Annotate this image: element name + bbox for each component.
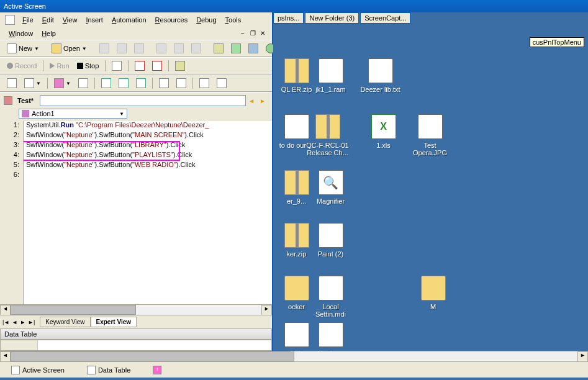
tab-prev-button[interactable]: ◄ bbox=[246, 97, 257, 104]
code-hscrollbar[interactable]: ◄ ► bbox=[0, 304, 272, 315]
desktop-icon[interactable]: QC-F-RCL-01 Release Ch... bbox=[304, 114, 351, 156]
open-button[interactable]: Open ▼ bbox=[48, 42, 90, 55]
tool-icon bbox=[248, 43, 258, 53]
keyword-view-tab[interactable]: Keyword View bbox=[40, 317, 90, 327]
separator bbox=[105, 60, 106, 71]
menu-window[interactable]: Window bbox=[5, 29, 37, 38]
tool-button-c[interactable] bbox=[245, 42, 261, 55]
close-icon[interactable]: ✕ bbox=[258, 30, 267, 37]
desktop[interactable]: psIns... New Folder (3) ScreenCapt... cu… bbox=[273, 12, 588, 351]
desktop-icon[interactable]: Deezer lib.txt bbox=[357, 58, 404, 93]
info-icon: i bbox=[153, 366, 161, 374]
misc-button-5[interactable] bbox=[214, 76, 230, 90]
prev-button[interactable]: ◄ bbox=[12, 319, 17, 325]
new-label: New bbox=[19, 45, 32, 52]
spy-button-1[interactable] bbox=[132, 59, 148, 73]
menu-view[interactable]: View bbox=[59, 15, 81, 25]
file-icon bbox=[319, 223, 343, 248]
desktop-icon-label: jk1_1.ram bbox=[307, 86, 354, 93]
desktop-icon[interactable]: 1.xls bbox=[360, 114, 407, 149]
scroll-left-button[interactable]: ◄ bbox=[0, 305, 11, 315]
scroll-right-button[interactable]: ► bbox=[261, 305, 272, 315]
minimize-icon[interactable]: − bbox=[238, 30, 247, 37]
step-into-icon bbox=[101, 78, 111, 88]
zip-icon bbox=[284, 170, 309, 195]
active-screen-tab[interactable]: Active Screen bbox=[6, 364, 70, 376]
desktop-icon[interactable]: Test Opera.JPG bbox=[407, 114, 453, 156]
misc-button-4[interactable] bbox=[196, 76, 212, 90]
test-tab[interactable]: Test* bbox=[14, 96, 37, 106]
save-button[interactable] bbox=[96, 42, 112, 55]
main-hscrollbar[interactable]: ◄ ► bbox=[0, 351, 588, 361]
window-icon bbox=[176, 78, 186, 88]
step-into-button[interactable] bbox=[98, 76, 114, 90]
tab-next-button[interactable]: ► bbox=[257, 97, 268, 104]
last-button[interactable]: ►| bbox=[28, 319, 35, 325]
misc-button-3[interactable] bbox=[75, 76, 91, 90]
record-button[interactable]: Record bbox=[4, 60, 40, 71]
window-button-2[interactable] bbox=[173, 76, 189, 90]
action-dropdown[interactable]: Action1 ▼ bbox=[19, 109, 127, 119]
status-bar: Active Screen Data Table i bbox=[0, 361, 588, 378]
code-editor[interactable]: 1: 2: 3: 4: 5: 6: SystemUtil.Run "C:\Pro… bbox=[0, 121, 272, 304]
tool-icon bbox=[214, 43, 224, 53]
desktop-icon-label: Test Opera.JPG bbox=[407, 142, 453, 156]
code-content[interactable]: SystemUtil.Run "C:\Program Files\Deezer\… bbox=[24, 121, 272, 304]
scroll-thumb[interactable] bbox=[11, 305, 136, 315]
active-screen-label: Active Screen bbox=[22, 366, 65, 374]
stop-button[interactable]: Stop bbox=[74, 60, 102, 71]
chevron-down-icon: ▼ bbox=[36, 81, 41, 86]
scroll-right-button[interactable]: ► bbox=[577, 351, 588, 362]
window-button-1[interactable] bbox=[156, 76, 172, 90]
desktop-icon[interactable]: Paint (2) bbox=[307, 223, 354, 258]
tool-button-f[interactable] bbox=[172, 59, 188, 73]
spy-button-2[interactable] bbox=[149, 59, 165, 73]
menu-automation[interactable]: Automation bbox=[108, 15, 150, 25]
eraser-button[interactable]: ▼ bbox=[51, 76, 74, 90]
tool-button-a[interactable] bbox=[210, 42, 227, 55]
misc-button-2[interactable]: ▼ bbox=[21, 76, 44, 90]
expert-view-tab[interactable]: Expert View bbox=[91, 317, 137, 327]
data-table-cell[interactable] bbox=[38, 340, 271, 350]
desktop-icon[interactable]: M bbox=[410, 276, 456, 310]
menu-resources[interactable]: Resources bbox=[152, 15, 192, 25]
scroll-track[interactable] bbox=[11, 351, 577, 361]
first-button[interactable]: |◄ bbox=[2, 319, 9, 325]
data-table-panel-header[interactable]: Data Table bbox=[0, 328, 272, 340]
tool-icon bbox=[175, 61, 185, 71]
restore-icon[interactable]: ❐ bbox=[248, 30, 257, 37]
print-button[interactable] bbox=[131, 42, 147, 55]
desktop-icon[interactable]: Local Settin.mdi bbox=[307, 276, 354, 318]
tool-button-b[interactable] bbox=[228, 42, 244, 55]
chevron-down-icon: ▼ bbox=[82, 46, 87, 52]
tool-button-e[interactable] bbox=[109, 59, 125, 73]
file-icon bbox=[319, 276, 343, 301]
menu-tools[interactable]: Tools bbox=[222, 15, 245, 25]
zip-icon bbox=[284, 223, 309, 248]
menu-debug[interactable]: Debug bbox=[192, 15, 220, 25]
step-over-button[interactable] bbox=[115, 76, 132, 90]
data-table-tab[interactable]: Data Table bbox=[82, 364, 135, 376]
run-button[interactable]: Run bbox=[47, 60, 72, 71]
scroll-left-button[interactable]: ◄ bbox=[0, 351, 11, 362]
next-button[interactable]: ► bbox=[20, 319, 25, 325]
step-out-button[interactable] bbox=[133, 76, 149, 90]
menu-edit[interactable]: Edit bbox=[38, 15, 58, 25]
save-all-button[interactable] bbox=[114, 42, 130, 55]
menu-file[interactable]: File bbox=[19, 15, 37, 25]
new-button[interactable]: New ▼ bbox=[4, 42, 42, 55]
copy-button[interactable] bbox=[171, 42, 187, 55]
info-tab[interactable]: i bbox=[148, 364, 166, 376]
app-icon bbox=[5, 15, 15, 25]
scroll-track[interactable] bbox=[11, 305, 261, 315]
test-name-input[interactable] bbox=[40, 95, 246, 106]
paste-button[interactable] bbox=[188, 42, 204, 55]
misc-button-1[interactable] bbox=[4, 76, 20, 90]
xls-icon bbox=[371, 114, 396, 139]
cut-button[interactable] bbox=[153, 42, 170, 55]
menu-insert[interactable]: Insert bbox=[82, 15, 107, 25]
desktop-icon[interactable]: jk1_1.ram bbox=[307, 58, 354, 93]
scroll-thumb[interactable] bbox=[11, 351, 294, 361]
menu-help[interactable]: Help bbox=[38, 29, 60, 38]
desktop-icon[interactable]: Magnifier bbox=[307, 170, 354, 205]
